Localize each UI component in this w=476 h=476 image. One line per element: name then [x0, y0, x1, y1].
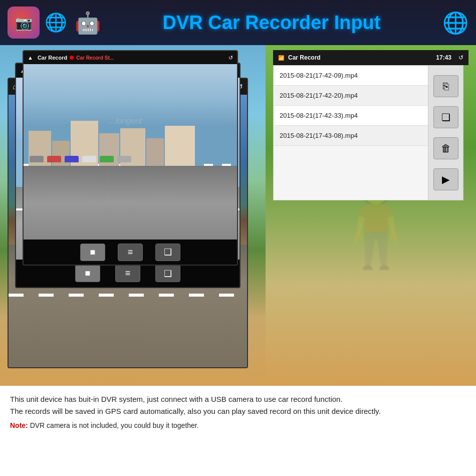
- back-icon-right[interactable]: ↺: [458, 54, 463, 61]
- delete-button[interactable]: 🗑: [433, 137, 458, 159]
- back-icon-front[interactable]: ↺: [228, 55, 233, 61]
- app-icon: 📷: [8, 7, 40, 39]
- globe-right-icon: 🌐: [442, 11, 468, 35]
- stop-button-front[interactable]: ■: [80, 244, 105, 261]
- page-title: DVR Car Recorder Input: [106, 12, 437, 34]
- statusbar-label-front: Car Record: [38, 55, 67, 61]
- road-front: [24, 166, 237, 240]
- folder-button-front[interactable]: ❑: [155, 244, 180, 261]
- up-icon-front[interactable]: ▲: [28, 55, 33, 61]
- watermark: ...longent: [109, 117, 142, 126]
- duplicate-button[interactable]: ❏: [433, 106, 458, 128]
- rec-label-front: Car Record St...: [76, 55, 114, 61]
- android-mascot-icon: 🤖: [75, 11, 101, 35]
- note-label: Note:: [10, 421, 28, 429]
- time-right: 17:43: [436, 54, 451, 61]
- statusbar-front: ▲ Car Record Car Record St... ↺: [24, 51, 237, 64]
- stop-button-mid[interactable]: ■: [75, 265, 100, 282]
- wifi-icon-right: 📶: [278, 55, 284, 61]
- bottom-section: This unit device has buit-in DVR system,…: [0, 386, 476, 476]
- file-item-3[interactable]: 2015-08-21(17-43-08).mp4: [274, 126, 428, 146]
- list-button-front[interactable]: ≡: [118, 244, 143, 261]
- cars-front: [24, 156, 237, 162]
- right-panel: 📶 Car Record 17:43 ↺ 2015-08-21(17-42-09…: [273, 50, 468, 200]
- copy-button[interactable]: ⎘: [433, 75, 458, 97]
- moscow-scene-front: ...longent: [24, 64, 237, 240]
- camera-icon: 📷: [15, 15, 33, 31]
- file-list: 2015-08-21(17-42-09).mp4 2015-08-21(17-4…: [273, 65, 428, 200]
- screenshot-front: ▲ Car Record Car Record St... ↺: [23, 50, 238, 266]
- main-description: This unit device has buit-in DVR system,…: [10, 393, 466, 417]
- right-panel-topbar: 📶 Car Record 17:43 ↺: [273, 50, 468, 65]
- globe-left-icon: 🌐: [45, 12, 67, 33]
- toolbar-front: ■ ≡ ❑: [24, 240, 237, 265]
- note-text: DVR camera is not included, you could bu…: [30, 421, 199, 429]
- right-panel-body: 2015-08-21(17-42-09).mp4 2015-08-21(17-4…: [273, 65, 468, 200]
- page-header: 📷 🌐 🤖 DVR Car Recorder Input 🌐: [0, 0, 476, 45]
- right-panel-label: Car Record: [288, 54, 321, 61]
- action-buttons: ⎘ ❏ 🗑 ▶: [428, 65, 463, 200]
- file-item-1[interactable]: 2015-08-21(17-42-20).mp4: [274, 86, 428, 106]
- note-line: Note: DVR camera is not included, you co…: [10, 421, 466, 429]
- file-item-0[interactable]: 2015-08-21(17-42-09).mp4: [274, 66, 428, 86]
- rec-dot-front: [70, 56, 74, 60]
- list-button-mid[interactable]: ≡: [115, 265, 140, 282]
- main-content: 🧍 ⌂ Car Record 🖼 📋 ⚡ 📶 12:28 ⋮ ↺: [0, 45, 476, 386]
- folder-button-mid[interactable]: ❑: [155, 265, 180, 282]
- screenshot-stack: ⌂ Car Record 🖼 📋 ⚡ 📶 12:28 ⋮ ↺ ▲: [8, 50, 251, 378]
- file-item-2[interactable]: 2015-08-21(17-42-33).mp4: [274, 106, 428, 126]
- play-button[interactable]: ▶: [433, 168, 458, 190]
